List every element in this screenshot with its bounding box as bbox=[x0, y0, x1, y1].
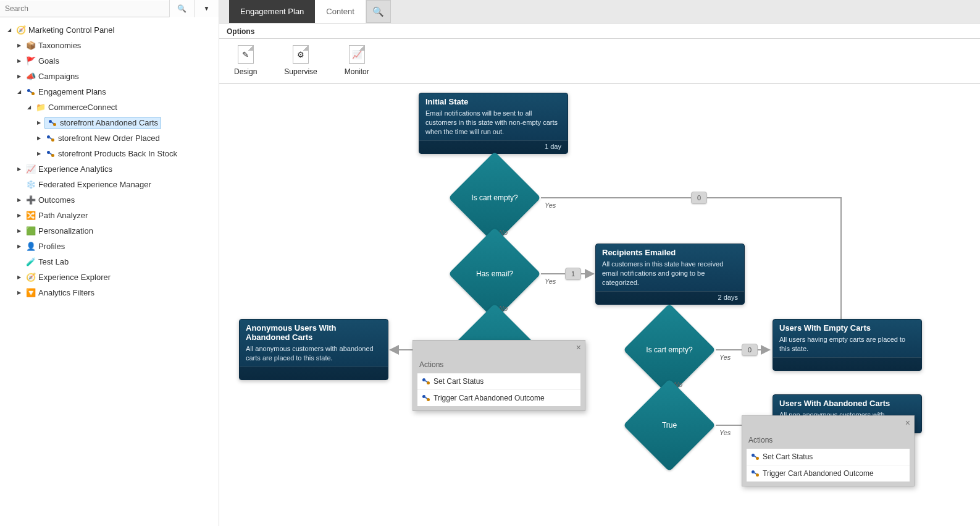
tree-node-icon: 📣 bbox=[26, 72, 36, 82]
tree-root-label: Marketing Control Panel bbox=[28, 25, 114, 35]
chevron-right-icon[interactable]: ▶ bbox=[16, 166, 22, 172]
search-icon: 🔍 bbox=[372, 6, 384, 17]
popup-title: Actions bbox=[413, 341, 585, 373]
tree-item-label: storefront Products Back In Stock bbox=[58, 149, 177, 158]
tree-item[interactable]: ▶storefront New Order Placed bbox=[2, 130, 216, 146]
tab-search-button[interactable]: 🔍 bbox=[366, 0, 391, 23]
search-dropdown-button[interactable]: ▼ bbox=[194, 0, 219, 17]
tree-item-label: Profiles bbox=[38, 242, 65, 251]
state-title: Anonymous Users With Abandoned Carts bbox=[240, 320, 388, 344]
condition-label: True bbox=[629, 421, 710, 430]
condition-is-cart-empty[interactable]: Is cart empty? bbox=[448, 170, 541, 226]
tree-item[interactable]: ▶👤Profiles bbox=[2, 239, 216, 254]
condition-label: Is cart empty? bbox=[454, 193, 535, 202]
chevron-right-icon[interactable]: ▶ bbox=[16, 197, 22, 203]
tree-item-label: Goals bbox=[38, 56, 59, 66]
actions-popup[interactable]: × Actions Set Cart Status Trigger Cart A… bbox=[742, 415, 915, 486]
search-input[interactable] bbox=[0, 1, 169, 17]
tree-root[interactable]: ◢ 🧭 Marketing Control Panel bbox=[2, 22, 216, 38]
state-title: Initial State bbox=[419, 93, 567, 109]
tree-item[interactable]: ▶📣Campaigns bbox=[2, 69, 216, 84]
condition-true[interactable]: True bbox=[623, 397, 716, 453]
state-recipients-emailed[interactable]: Recipients Emailed All customers in this… bbox=[595, 244, 745, 305]
tree-item[interactable]: ▶storefront Products Back In Stock bbox=[2, 146, 216, 161]
tree-item[interactable]: ◢Engagement Plans bbox=[2, 84, 216, 100]
plan-icon bbox=[752, 453, 759, 460]
state-desc: All users having empty carts are placed … bbox=[773, 335, 921, 357]
tree-item-label: CommerceConnect bbox=[48, 103, 117, 112]
chevron-down-icon[interactable]: ◢ bbox=[16, 89, 22, 95]
chevron-right-icon[interactable]: ▶ bbox=[16, 290, 22, 296]
tab-content[interactable]: Content bbox=[315, 0, 366, 23]
tree-item[interactable]: ▶🔀Path Analyzer bbox=[2, 208, 216, 223]
chevron-right-icon[interactable]: ▶ bbox=[16, 74, 22, 80]
options-label: Options bbox=[219, 23, 980, 39]
state-initial[interactable]: Initial State Email notifications will b… bbox=[419, 93, 568, 154]
chevron-right-icon[interactable]: ▶ bbox=[36, 151, 42, 157]
chevron-right-icon[interactable]: ▶ bbox=[16, 274, 22, 281]
tree-item-label: Outcomes bbox=[38, 195, 75, 205]
state-desc: All anonymous customers with abandoned c… bbox=[240, 344, 388, 367]
state-footer bbox=[240, 367, 388, 380]
tree-item[interactable]: ▶storefront Abandoned Carts bbox=[2, 115, 216, 130]
state-footer bbox=[773, 357, 921, 370]
close-icon[interactable]: × bbox=[905, 418, 910, 427]
tree-item[interactable]: ▶🔽Analytics Filters bbox=[2, 285, 216, 300]
chevron-right-icon[interactable]: ▶ bbox=[16, 58, 22, 64]
chevron-right-icon[interactable]: ▶ bbox=[16, 43, 22, 49]
chevron-right-icon[interactable]: ▶ bbox=[36, 135, 42, 142]
chevron-down-icon[interactable]: ◢ bbox=[26, 104, 32, 111]
counter-pill[interactable]: 0 bbox=[691, 192, 707, 204]
tree-item[interactable]: ▶📈Experience Analytics bbox=[2, 161, 216, 177]
tool-design-label: Design bbox=[234, 67, 257, 76]
tree-item[interactable]: ▶❄️Federated Experience Manager bbox=[2, 177, 216, 192]
popup-item[interactable]: Set Cart Status bbox=[417, 373, 580, 390]
plan-icon bbox=[46, 134, 56, 143]
popup-item-label: Set Cart Status bbox=[433, 377, 484, 386]
state-title: Users With Abandoned Carts bbox=[773, 395, 921, 410]
tree-node-icon: 🔽 bbox=[26, 288, 36, 298]
canvas[interactable]: Initial State Email notifications will b… bbox=[219, 84, 980, 526]
tree-item[interactable]: ▶🟩Personalization bbox=[2, 223, 216, 239]
toolbar: ✎ Design ⚙ Supervise 📈 Monitor bbox=[219, 39, 980, 84]
popup-item[interactable]: Set Cart Status bbox=[747, 449, 910, 465]
chevron-right-icon[interactable]: ▶ bbox=[16, 228, 22, 234]
tree-node-icon: 🚩 bbox=[26, 56, 36, 66]
popup-item-label: Set Cart Status bbox=[763, 452, 813, 461]
tab-engagement-plan[interactable]: Engagement Plan bbox=[229, 0, 315, 23]
tree-item[interactable]: ▶🧪Test Lab bbox=[2, 254, 216, 269]
close-icon[interactable]: × bbox=[576, 343, 581, 352]
tree-item[interactable]: ▶🧭Experience Explorer bbox=[2, 269, 216, 285]
plan-icon bbox=[422, 378, 430, 385]
actions-popup[interactable]: × Actions Set Cart Status Trigger Cart A… bbox=[413, 340, 585, 411]
chevron-right-icon[interactable]: ▶ bbox=[36, 120, 42, 126]
popup-item[interactable]: Trigger Cart Abandoned Outcome bbox=[417, 390, 580, 406]
chevron-right-icon[interactable]: ▶ bbox=[16, 213, 22, 219]
chevron-right-icon[interactable]: ▶ bbox=[16, 244, 22, 250]
tree-item[interactable]: ▶➕Outcomes bbox=[2, 192, 216, 208]
tree-item-label: Experience Analytics bbox=[38, 164, 112, 174]
main: Engagement Plan Content 🔍 Options ✎ Desi… bbox=[219, 0, 980, 526]
chevron-down-icon: ▼ bbox=[204, 5, 210, 12]
state-anonymous[interactable]: Anonymous Users With Abandoned Carts All… bbox=[239, 319, 388, 380]
popup-title: Actions bbox=[742, 416, 914, 448]
chevron-down-icon: ◢ bbox=[6, 27, 12, 33]
edge-yes: Yes bbox=[545, 278, 556, 285]
state-empty-carts[interactable]: Users With Empty Carts All users having … bbox=[773, 319, 922, 371]
counter-pill[interactable]: 0 bbox=[742, 344, 758, 356]
tree-item[interactable]: ▶🚩Goals bbox=[2, 53, 216, 69]
counter-pill[interactable]: 1 bbox=[565, 268, 581, 280]
condition-has-email[interactable]: Has email? bbox=[448, 246, 541, 302]
tool-supervise[interactable]: ⚙ Supervise bbox=[284, 45, 317, 76]
tree-item[interactable]: ▶📦Taxonomies bbox=[2, 38, 216, 53]
tool-monitor[interactable]: 📈 Monitor bbox=[345, 45, 369, 76]
tree-item-label: Federated Experience Manager bbox=[38, 180, 151, 189]
tree-item[interactable]: ◢📁CommerceConnect bbox=[2, 100, 216, 115]
tool-monitor-label: Monitor bbox=[345, 67, 369, 76]
tree-node-icon: 🧪 bbox=[26, 257, 36, 267]
search-button[interactable]: 🔍 bbox=[169, 0, 194, 17]
tree-node-icon: 📈 bbox=[26, 164, 36, 174]
condition-is-cart-empty-2[interactable]: Is cart empty? bbox=[623, 322, 716, 378]
popup-item[interactable]: Trigger Cart Abandoned Outcome bbox=[747, 465, 910, 481]
tool-design[interactable]: ✎ Design bbox=[234, 45, 257, 76]
